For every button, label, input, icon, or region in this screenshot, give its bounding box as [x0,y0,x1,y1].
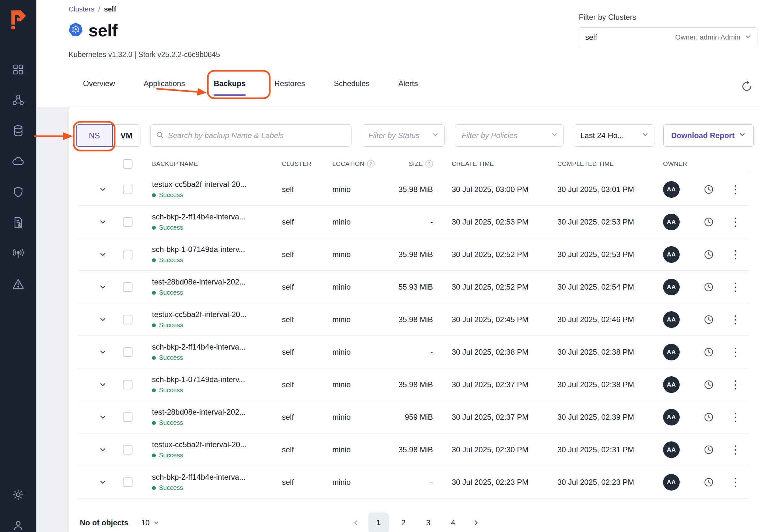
row-checkbox[interactable] [123,315,133,324]
page-4[interactable]: 4 [443,512,464,532]
clock-icon[interactable] [696,347,721,357]
backup-name[interactable]: sch-bkp-1-07149da-interv... [152,375,274,384]
row-checkbox[interactable] [123,217,133,227]
alerts-icon[interactable] [11,277,25,291]
download-report-button[interactable]: Download Report [663,125,754,147]
clock-icon[interactable] [696,184,721,195]
location-help-icon[interactable]: ? [367,160,375,167]
expand-chevron-icon[interactable] [78,446,115,454]
cluster-filter-dropdown[interactable]: self Owner: admin Admin [578,28,758,47]
owner-avatar[interactable]: AA [663,344,680,360]
kebab-menu-icon[interactable]: ⋮ [721,216,749,228]
row-checkbox[interactable] [123,347,133,357]
rules-icon[interactable] [11,216,25,230]
tab-overview[interactable]: Overview [83,79,115,91]
owner-avatar[interactable]: AA [663,474,680,490]
expand-chevron-icon[interactable] [78,218,115,226]
policies-filter-dropdown[interactable]: Filter by Policies [455,125,564,147]
header-location[interactable]: LOCATION [332,160,365,167]
settings-gear-icon[interactable] [11,488,25,502]
owner-avatar[interactable]: AA [663,311,680,328]
expand-chevron-icon[interactable] [78,283,115,291]
row-checkbox[interactable] [123,445,133,455]
refresh-icon[interactable] [741,80,753,94]
tab-applications[interactable]: Applications [144,79,185,91]
kebab-menu-icon[interactable]: ⋮ [721,477,749,488]
cloud-icon[interactable] [11,154,25,168]
activity-icon[interactable] [11,246,25,260]
header-size[interactable]: SIZE [409,160,423,167]
header-completed-time[interactable]: COMPLETED TIME [543,160,651,167]
tab-backups[interactable]: Backups [214,79,246,91]
clock-icon[interactable] [696,314,721,325]
page-1[interactable]: 1 [369,512,389,532]
backup-name[interactable]: test-28bd08e-interval-202... [152,407,274,416]
dashboard-icon[interactable] [11,62,25,77]
expand-chevron-icon[interactable] [78,315,115,324]
clock-icon[interactable] [696,249,721,260]
owner-avatar[interactable]: AA [663,246,680,263]
row-checkbox[interactable] [123,185,133,194]
header-cluster[interactable]: CLUSTER [274,160,326,167]
search-input[interactable] [168,131,346,140]
row-checkbox[interactable] [123,250,133,259]
expand-chevron-icon[interactable] [78,348,115,356]
expand-chevron-icon[interactable] [78,413,115,421]
kebab-menu-icon[interactable]: ⋮ [721,314,749,325]
page-3[interactable]: 3 [418,512,439,532]
backup-name[interactable]: sch-bkp-1-07149da-interv... [152,245,274,254]
backup-name[interactable]: sch-bkp-2-ff14b4e-interva... [152,473,274,482]
row-checkbox[interactable] [123,282,133,292]
vm-toggle-button[interactable]: VM [112,125,141,147]
kebab-menu-icon[interactable]: ⋮ [721,184,749,195]
ns-toggle-button[interactable]: NS [76,125,113,147]
backup-name[interactable]: testux-cc5ba2f-interval-20... [152,440,274,449]
expand-chevron-icon[interactable] [78,381,115,389]
kebab-menu-icon[interactable]: ⋮ [721,346,749,358]
expand-chevron-icon[interactable] [78,250,115,259]
breadcrumb-clusters-link[interactable]: Clusters [69,5,94,13]
owner-avatar[interactable]: AA [663,409,680,425]
clock-icon[interactable] [696,217,721,227]
kebab-menu-icon[interactable]: ⋮ [721,411,749,423]
backup-name[interactable]: testux-cc5ba2f-interval-20... [152,180,274,189]
owner-avatar[interactable]: AA [663,181,680,198]
row-checkbox[interactable] [123,380,133,390]
row-checkbox[interactable] [123,478,133,487]
backups-icon[interactable] [11,124,25,138]
owner-avatar[interactable]: AA [663,214,680,230]
owner-avatar[interactable]: AA [663,376,680,393]
owner-avatar[interactable]: AA [663,441,680,458]
row-checkbox[interactable] [123,412,133,422]
expand-chevron-icon[interactable] [78,185,115,194]
clusters-icon[interactable] [11,93,25,107]
clock-icon[interactable] [696,445,721,455]
kebab-menu-icon[interactable]: ⋮ [721,281,749,293]
page-2[interactable]: 2 [393,512,414,532]
select-all-checkbox[interactable] [123,159,133,169]
backup-name[interactable]: sch-bkp-2-ff14b4e-interva... [152,343,274,351]
profile-icon[interactable] [11,518,25,532]
owner-avatar[interactable]: AA [663,279,680,295]
backup-name[interactable]: test-28bd08e-interval-202... [152,278,274,286]
pagination-prev-icon[interactable] [348,512,364,532]
time-range-dropdown[interactable]: Last 24 Ho... [574,125,654,147]
clock-icon[interactable] [696,412,721,422]
kebab-menu-icon[interactable]: ⋮ [721,444,749,455]
security-icon[interactable] [11,185,25,199]
header-create-time[interactable]: CREATE TIME [437,160,543,167]
pagination-next-icon[interactable] [468,512,484,532]
backup-name[interactable]: sch-bkp-2-ff14b4e-interva... [152,213,274,222]
tab-restores[interactable]: Restores [274,79,305,91]
clock-icon[interactable] [696,477,721,488]
tab-alerts[interactable]: Alerts [398,79,418,91]
backup-name[interactable]: testux-cc5ba2f-interval-20... [152,310,274,319]
clock-icon[interactable] [696,380,721,390]
tab-schedules[interactable]: Schedules [334,79,370,91]
header-owner[interactable]: OWNER [651,160,696,167]
header-backup-name[interactable]: BACKUP NAME [141,160,274,167]
clock-icon[interactable] [696,282,721,292]
expand-chevron-icon[interactable] [78,478,115,487]
size-help-icon[interactable]: ? [426,160,433,167]
kebab-menu-icon[interactable]: ⋮ [721,379,749,391]
